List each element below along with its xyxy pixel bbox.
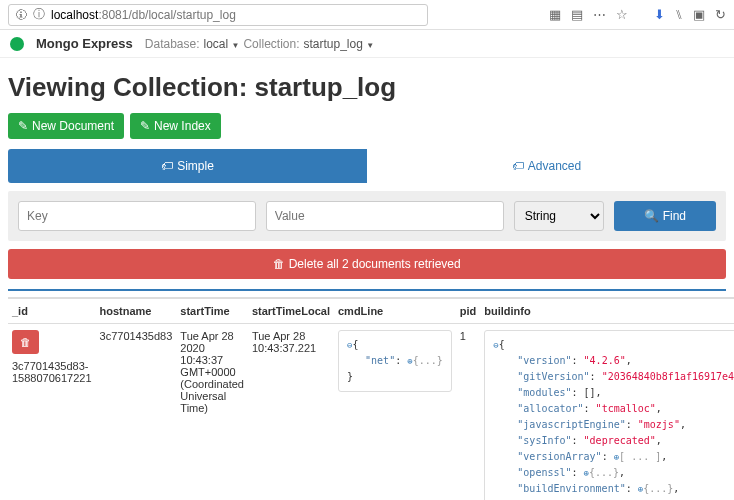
key-input[interactable]	[18, 201, 256, 231]
trash-icon: 🗑	[273, 257, 285, 271]
tag-icon: 🏷	[161, 159, 173, 173]
db-link[interactable]: local ▼	[204, 37, 240, 51]
new-index-button[interactable]: ✎ New Index	[130, 113, 221, 139]
tab-advanced[interactable]: 🏷Advanced	[367, 149, 726, 183]
delete-row-button[interactable]: 🗑	[12, 330, 39, 354]
reader-icon[interactable]: ▤	[571, 7, 583, 22]
more-icon[interactable]: ⋯	[593, 7, 606, 22]
col-id: _id	[8, 298, 96, 324]
cell-pid: 1	[456, 324, 481, 501]
cell-id: 3c7701435d83-1588070617221	[12, 360, 92, 384]
delete-all-bar[interactable]: 🗑 Delete all 2 documents retrieved	[8, 249, 726, 279]
new-document-label: New Document	[32, 119, 114, 133]
url-port: :8081	[98, 8, 128, 22]
breadcrumb: Database: local ▼ Collection: startup_lo…	[145, 37, 374, 51]
extensions-icon[interactable]: ▣	[693, 7, 705, 22]
pencil-icon: ✎	[18, 119, 28, 133]
search-icon: 🔍	[644, 209, 659, 223]
cell-hostname: 3c7701435d83	[96, 324, 177, 501]
logo-icon	[10, 37, 24, 51]
col-hostname: hostname	[96, 298, 177, 324]
toggle-icon[interactable]: ⊖	[493, 340, 498, 350]
db-label: Database:	[145, 37, 200, 51]
info-icon: ⓘ	[33, 6, 45, 23]
toolbar: ✎ New Document ✎ New Index	[0, 113, 734, 149]
trash-icon: 🗑	[20, 336, 31, 348]
caret-down-icon: ▼	[366, 41, 374, 50]
new-index-label: New Index	[154, 119, 211, 133]
cell-startTime: Tue Apr 28 2020 10:43:37 GMT+0000 (Coord…	[176, 324, 248, 501]
new-document-button[interactable]: ✎ New Document	[8, 113, 124, 139]
library-icon[interactable]: ⑊	[675, 7, 683, 22]
col-buildinfo: buildinfo	[480, 298, 734, 324]
caret-down-icon: ▼	[232, 41, 240, 50]
tags-icon: 🏷	[512, 159, 524, 173]
tab-simple[interactable]: 🏷Simple	[8, 149, 367, 183]
documents-table: _id hostname startTime startTimeLocal cm…	[8, 297, 734, 500]
find-label: Find	[663, 209, 686, 223]
url-path: /db/local/startup_log	[128, 8, 235, 22]
cell-cmdLine[interactable]: ⊖{ "net": ⊕{...} }	[338, 330, 452, 392]
col-cmdLine: cmdLine	[334, 298, 456, 324]
table-row[interactable]: 🗑 3c7701435d83-1588070617221 3c7701435d8…	[8, 324, 734, 501]
toggle-icon[interactable]: ⊖	[347, 340, 352, 350]
cell-buildinfo[interactable]: ⊖{ "version": "4.2.6", "gitVersion": "20…	[484, 330, 734, 500]
brand[interactable]: Mongo Express	[36, 36, 133, 51]
url-box[interactable]: 🛈 ⓘ localhost:8081/db/local/startup_log	[8, 4, 428, 26]
tabs: 🏷Simple 🏷Advanced	[8, 149, 726, 183]
coll-label: Collection:	[243, 37, 299, 51]
col-startTime: startTime	[176, 298, 248, 324]
divider	[8, 289, 726, 291]
type-select[interactable]: String	[514, 201, 604, 231]
tab-simple-label: Simple	[177, 159, 214, 173]
tab-advanced-label: Advanced	[528, 159, 581, 173]
coll-link[interactable]: startup_log ▼	[303, 37, 374, 51]
url-host: localhost	[51, 8, 98, 22]
star-icon[interactable]: ☆	[616, 7, 628, 22]
col-startTimeLocal: startTimeLocal	[248, 298, 334, 324]
find-button[interactable]: 🔍 Find	[614, 201, 716, 231]
sync-icon[interactable]: ↻	[715, 7, 726, 22]
qr-icon[interactable]: ▦	[549, 7, 561, 22]
col-pid: pid	[456, 298, 481, 324]
shield-icon: 🛈	[15, 8, 27, 22]
table-header-row: _id hostname startTime startTimeLocal cm…	[8, 298, 734, 324]
value-input[interactable]	[266, 201, 504, 231]
delete-all-label: Delete all 2 documents retrieved	[289, 257, 461, 271]
pencil-icon: ✎	[140, 119, 150, 133]
cell-startTimeLocal: Tue Apr 28 10:43:37.221	[248, 324, 334, 501]
app-navbar: Mongo Express Database: local ▼ Collecti…	[0, 30, 734, 58]
browser-url-bar: 🛈 ⓘ localhost:8081/db/local/startup_log …	[0, 0, 734, 30]
download-icon[interactable]: ⬇	[654, 7, 665, 22]
page-title: Viewing Collection: startup_log	[0, 58, 734, 113]
filter-row: String 🔍 Find	[8, 191, 726, 241]
